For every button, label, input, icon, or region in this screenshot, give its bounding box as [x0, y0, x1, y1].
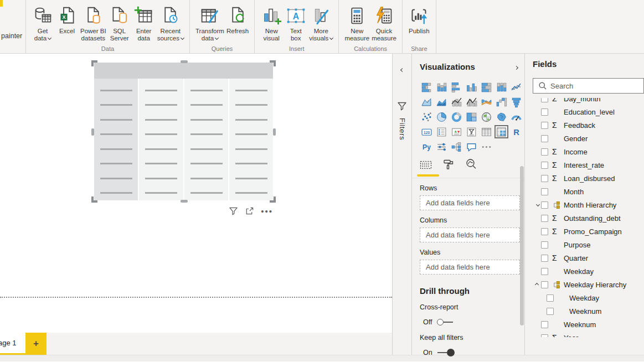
field-item-education-level[interactable]: Education_level — [533, 105, 644, 118]
field-checkbox[interactable] — [541, 241, 548, 249]
pie-chart-icon[interactable] — [435, 110, 449, 123]
text-box-button[interactable]: ATextbox — [284, 0, 308, 42]
line-and-stacked-column-chart-icon[interactable] — [450, 95, 463, 108]
matrix-visual-placeholder[interactable] — [94, 63, 273, 200]
field-item-month[interactable]: Month — [533, 185, 644, 198]
tab-fields[interactable] — [420, 161, 432, 177]
field-checkbox[interactable] — [541, 122, 548, 129]
matrix-icon[interactable] — [494, 125, 508, 138]
100-stacked-column-chart-icon[interactable] — [494, 80, 508, 94]
multi-row-card-icon[interactable] — [435, 125, 449, 138]
visualizations-pane-scrollbar[interactable] — [520, 166, 524, 325]
visual-filter-icon[interactable] — [229, 206, 238, 216]
scatter-chart-icon[interactable] — [420, 110, 434, 123]
power-bi-datasets-button[interactable]: Power BIdatasets — [79, 0, 107, 42]
tab-analytics[interactable] — [465, 158, 477, 177]
field-checkbox[interactable] — [541, 201, 548, 209]
field-item-feedback[interactable]: ΣFeedback — [533, 118, 644, 132]
report-canvas[interactable]: ••• Page 1 + — [0, 54, 393, 355]
new-visual-button[interactable]: Newvisual — [259, 0, 284, 42]
page-tab[interactable]: Page 1 — [0, 333, 25, 355]
field-item-quarter[interactable]: ΣQuarter — [533, 251, 644, 265]
field-item-weekday[interactable]: Weekday — [533, 291, 644, 304]
field-checkbox[interactable] — [541, 281, 548, 288]
cross-report-toggle[interactable] — [437, 319, 453, 325]
field-item-purpose[interactable]: Purpose — [533, 238, 644, 251]
slicer-icon[interactable] — [465, 125, 478, 138]
fields-search-input[interactable] — [550, 82, 643, 90]
columns-well-dropzone[interactable]: Add data fields here — [420, 227, 520, 242]
field-checkbox[interactable] — [541, 148, 548, 156]
field-expander[interactable] — [533, 283, 541, 286]
q-and-a-icon[interactable] — [465, 140, 478, 153]
kpi-icon[interactable] — [450, 125, 463, 138]
new-measure-button[interactable]: Newmeasure — [343, 0, 370, 42]
resize-handle-bottom[interactable] — [181, 200, 188, 203]
resize-handle-left[interactable] — [91, 128, 94, 136]
rows-well-dropzone[interactable]: Add data fields here — [420, 195, 520, 210]
values-well-dropzone[interactable]: Add data fields here — [420, 260, 520, 275]
excel-button[interactable]: XExcel — [55, 0, 79, 35]
clustered-column-chart-icon[interactable] — [465, 80, 478, 94]
resize-handle-bottom-right[interactable] — [270, 196, 276, 203]
field-item-outstanding-debt[interactable]: ΣOutstanding_debt — [533, 211, 644, 225]
field-item-month-hierarchy[interactable]: Month Hierarchy — [533, 198, 644, 211]
tab-format[interactable] — [443, 159, 454, 177]
sql-server-button[interactable]: SQLServer — [107, 0, 132, 42]
field-checkbox[interactable] — [547, 294, 554, 302]
key-influencers-icon[interactable] — [435, 140, 449, 153]
expand-filters-chevron-icon[interactable] — [399, 61, 406, 76]
resize-handle-right[interactable] — [273, 128, 276, 136]
clustered-bar-chart-icon[interactable] — [450, 80, 463, 94]
refresh-button[interactable]: Refresh — [225, 0, 250, 35]
field-item-weekday[interactable]: Weekday — [533, 265, 644, 278]
field-item-day-month[interactable]: ΣDay_month — [533, 98, 644, 105]
visual-more-options-icon[interactable]: ••• — [261, 209, 273, 214]
recent-sources-button[interactable]: Recentsources — [156, 0, 185, 42]
stacked-bar-chart-icon[interactable] — [420, 80, 434, 94]
waterfall-chart-icon[interactable] — [494, 95, 508, 108]
field-checkbox[interactable] — [541, 98, 548, 102]
field-item-weeknum[interactable]: Weeknum — [533, 304, 644, 318]
focus-mode-icon[interactable] — [245, 206, 254, 216]
field-checkbox[interactable] — [541, 175, 548, 182]
field-checkbox[interactable] — [541, 188, 548, 195]
stacked-column-chart-icon[interactable] — [435, 80, 449, 94]
resize-handle-top[interactable] — [181, 60, 188, 63]
field-checkbox[interactable] — [547, 308, 554, 315]
python-visual-icon[interactable]: Py — [420, 140, 434, 153]
card-icon[interactable]: 123 — [420, 125, 434, 138]
publish-button[interactable]: Publish — [407, 0, 431, 35]
table-icon[interactable] — [480, 125, 493, 138]
resize-handle-top-left[interactable] — [91, 60, 97, 66]
field-item-gender[interactable]: Gender — [533, 132, 644, 145]
collapse-chevron-icon[interactable] — [535, 282, 539, 286]
resize-handle-top-right[interactable] — [270, 60, 276, 66]
field-checkbox[interactable] — [541, 255, 548, 262]
collapse-visualizations-chevron-icon[interactable] — [513, 59, 520, 74]
treemap-icon[interactable] — [465, 110, 478, 123]
field-checkbox[interactable] — [541, 135, 548, 142]
field-item-loan-disbursed[interactable]: ΣLoan_disbursed — [533, 172, 644, 185]
line-and-clustered-column-chart-icon[interactable] — [465, 95, 478, 108]
field-item-year[interactable]: ΣYear — [533, 331, 644, 337]
decomposition-tree-icon[interactable] — [450, 140, 463, 153]
more-options-icon[interactable] — [480, 140, 493, 153]
field-checkbox[interactable] — [541, 215, 548, 222]
field-checkbox[interactable] — [541, 108, 548, 116]
r-script-visual-icon[interactable]: R — [509, 125, 523, 138]
get-data-button[interactable]: Getdata — [30, 0, 55, 42]
resize-handle-bottom-left[interactable] — [91, 196, 97, 203]
transform-data-button[interactable]: Transformdata — [194, 0, 225, 42]
stacked-area-chart-icon[interactable] — [435, 95, 449, 108]
field-checkbox[interactable] — [541, 162, 548, 169]
map-icon[interactable] — [480, 110, 493, 123]
field-item-weekday-hierarchy[interactable]: Weekday Hierarchy — [533, 278, 644, 291]
field-expander[interactable] — [533, 203, 541, 207]
field-checkbox[interactable] — [541, 321, 548, 328]
field-item-income[interactable]: ΣIncome — [533, 145, 644, 158]
donut-chart-icon[interactable] — [450, 110, 463, 123]
field-checkbox[interactable] — [541, 268, 548, 275]
field-item-weeknum[interactable]: Weeknum — [533, 318, 644, 331]
funnel-chart-icon[interactable] — [509, 95, 523, 108]
